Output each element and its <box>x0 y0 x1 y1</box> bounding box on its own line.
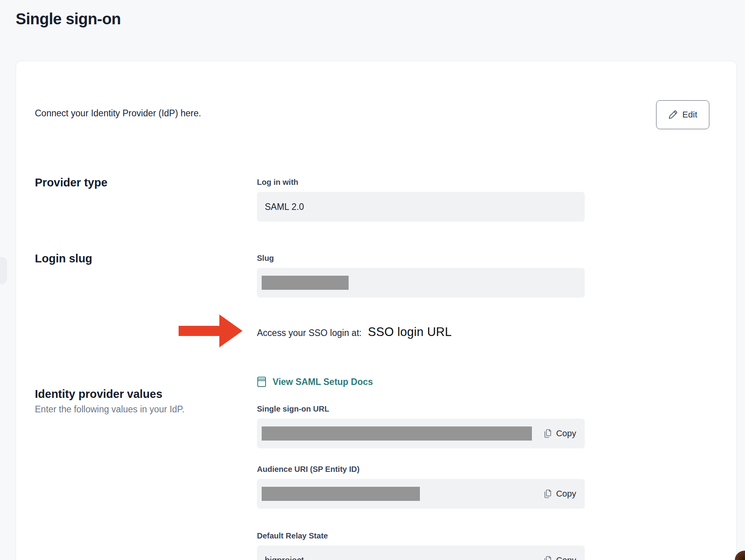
access-login-text: Access your SSO login at: <box>257 327 362 339</box>
login-with-label: Log in with <box>257 177 585 187</box>
copy-button-label: Copy <box>556 428 576 439</box>
idp-values-subheading: Enter the following values in your IdP. <box>35 404 257 415</box>
slug-field[interactable] <box>257 268 585 298</box>
left-edge-handle[interactable] <box>0 257 7 284</box>
login-slug-right: Slug <box>257 251 585 298</box>
provider-type-left: Provider type <box>35 175 257 222</box>
sso-access-row: Access your SSO login at: SSO login URL <box>35 325 718 337</box>
pencil-icon <box>668 110 678 119</box>
copy-button-label: Copy <box>556 555 576 560</box>
login-with-value: SAML 2.0 <box>265 202 304 212</box>
login-with-field[interactable]: SAML 2.0 <box>257 192 585 222</box>
audience-uri-group: Audience URI (SP Entity ID) Copy <box>257 464 585 509</box>
idp-values-heading: Identity provider values <box>35 387 257 401</box>
page-title: Single sign-on <box>16 10 745 28</box>
edit-button-label: Edit <box>682 110 697 120</box>
docs-icon <box>257 376 266 387</box>
login-slug-section: Login slug Slug <box>35 251 718 298</box>
intro-text: Connect your Identity Provider (IdP) her… <box>35 108 201 119</box>
relay-state-copy-button[interactable]: Copy <box>544 553 576 560</box>
sso-login-url-link[interactable]: SSO login URL <box>368 325 452 339</box>
login-slug-left: Login slug <box>35 251 257 298</box>
copy-icon <box>544 556 552 560</box>
idp-values-left: Identity provider values Enter the follo… <box>35 376 257 560</box>
slug-label: Slug <box>257 253 585 263</box>
login-slug-heading: Login slug <box>35 251 257 266</box>
audience-uri-field[interactable]: Copy <box>257 479 585 509</box>
sso-settings-card: Connect your Identity Provider (IdP) her… <box>16 61 737 560</box>
sso-url-label: Single sign-on URL <box>257 404 585 414</box>
idp-values-section: Identity provider values Enter the follo… <box>35 376 718 560</box>
provider-type-section: Provider type Log in with SAML 2.0 <box>35 175 718 222</box>
slug-redacted-value <box>262 276 349 290</box>
relay-state-label: Default Relay State <box>257 531 585 541</box>
sso-url-field[interactable]: Copy <box>257 419 585 448</box>
sso-url-copy-button[interactable]: Copy <box>544 426 576 441</box>
sso-url-redacted-value <box>262 426 532 441</box>
provider-type-right: Log in with SAML 2.0 <box>257 175 585 222</box>
relay-state-value: bigproject <box>265 555 304 560</box>
copy-icon <box>544 489 552 499</box>
provider-type-heading: Provider type <box>35 175 257 190</box>
copy-button-label: Copy <box>556 489 576 499</box>
saml-docs-link-label: View SAML Setup Docs <box>273 377 373 387</box>
saml-docs-link[interactable]: View SAML Setup Docs <box>257 376 373 388</box>
idp-values-right: View SAML Setup Docs Single sign-on URL <box>257 376 585 560</box>
relay-state-field[interactable]: bigproject Copy <box>257 546 585 560</box>
audience-uri-copy-button[interactable]: Copy <box>544 486 576 501</box>
audience-uri-redacted-value <box>262 487 420 501</box>
edit-button[interactable]: Edit <box>656 100 709 129</box>
intro-row: Connect your Identity Provider (IdP) her… <box>35 100 718 129</box>
audience-uri-label: Audience URI (SP Entity ID) <box>257 464 585 474</box>
copy-icon <box>544 429 552 438</box>
relay-state-group: Default Relay State bigproject Copy <box>257 531 585 560</box>
sso-url-group: Single sign-on URL Copy <box>257 404 585 448</box>
red-arrow-right-icon <box>179 314 242 347</box>
